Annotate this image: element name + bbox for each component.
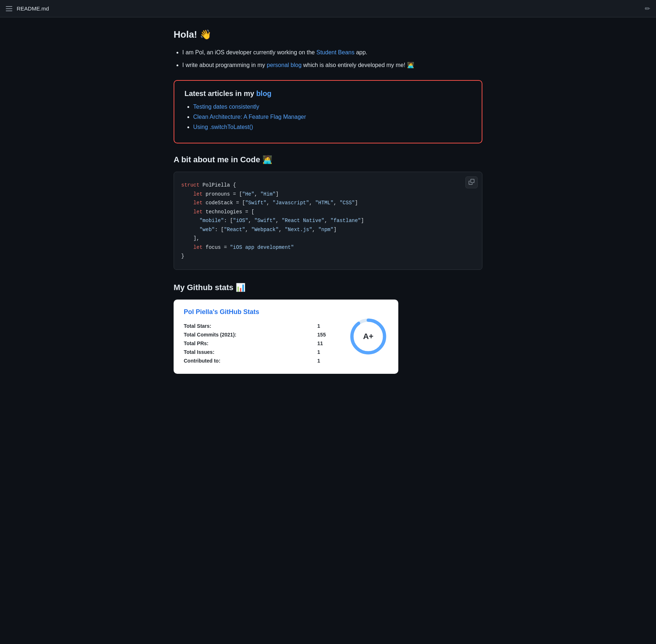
- intro-text-1-before: I am Pol, an iOS developer currently wor…: [182, 49, 316, 55]
- hamburger-icon[interactable]: [6, 6, 12, 11]
- stat-label: Total PRs:: [184, 339, 317, 348]
- stat-label: Total Issues:: [184, 348, 317, 356]
- article-2-link[interactable]: Clean Architecture: A Feature Flag Manag…: [193, 114, 306, 120]
- stats-left: Pol Piella's GitHub Stats Total Stars: 1…: [184, 308, 337, 365]
- intro-text-2-after: which is also entirely developed my me! …: [303, 62, 414, 68]
- code-content: struct PolPiella { let pronouns = ["He",…: [181, 181, 475, 261]
- table-row: Total PRs: 11: [184, 339, 337, 348]
- grade-circle: A+: [348, 317, 388, 356]
- table-row: Contributed to: 1: [184, 356, 337, 365]
- stats-right: A+: [348, 317, 388, 356]
- about-me-section: A bit about me in Code 🧑‍💻 struct PolPie…: [174, 155, 482, 270]
- list-item: I write about programming in my personal…: [182, 60, 482, 70]
- student-beans-link[interactable]: Student Beans: [316, 49, 354, 55]
- copy-button[interactable]: [465, 176, 478, 188]
- list-item: Using .switchToLatest(): [193, 124, 472, 130]
- stat-value: 1: [317, 348, 337, 356]
- stat-value: 11: [317, 339, 337, 348]
- table-row: Total Issues: 1: [184, 348, 337, 356]
- table-row: Total Stars: 1: [184, 322, 337, 330]
- stat-label: Total Stars:: [184, 322, 317, 330]
- grade-text: A+: [363, 332, 374, 341]
- about-me-heading: A bit about me in Code 🧑‍💻: [174, 155, 482, 164]
- blog-articles-list: Testing dates consistently Clean Archite…: [184, 104, 472, 130]
- personal-blog-link[interactable]: personal blog: [267, 62, 302, 68]
- greeting: Hola! 👋: [174, 29, 482, 40]
- stat-label: Contributed to:: [184, 356, 317, 365]
- stat-value: 1: [317, 322, 337, 330]
- github-stats-section: My Github stats 📊 Pol Piella's GitHub St…: [174, 283, 482, 374]
- list-item: I am Pol, an iOS developer currently wor…: [182, 47, 482, 57]
- code-block: struct PolPiella { let pronouns = ["He",…: [174, 172, 482, 270]
- stats-table: Total Stars: 1 Total Commits (2021): 155…: [184, 322, 337, 365]
- list-item: Clean Architecture: A Feature Flag Manag…: [193, 114, 472, 120]
- title-bar-left: README.md: [6, 5, 49, 12]
- blog-section-title: Latest articles in my blog: [184, 89, 472, 98]
- main-content: Hola! 👋 I am Pol, an iOS developer curre…: [165, 17, 491, 385]
- article-1-link[interactable]: Testing dates consistently: [193, 104, 259, 110]
- article-3-link[interactable]: Using .switchToLatest(): [193, 124, 253, 130]
- list-item: Testing dates consistently: [193, 104, 472, 110]
- edit-icon[interactable]: ✏: [645, 5, 650, 13]
- blog-title-before: Latest articles in my: [184, 89, 256, 97]
- table-row: Total Commits (2021): 155: [184, 330, 337, 339]
- stats-card-title: Pol Piella's GitHub Stats: [184, 308, 337, 316]
- blog-title-link[interactable]: blog: [256, 89, 271, 97]
- title-bar: README.md ✏: [0, 0, 656, 17]
- intro-list: I am Pol, an iOS developer currently wor…: [174, 47, 482, 70]
- blog-section: Latest articles in my blog Testing dates…: [174, 80, 482, 143]
- github-stats-card: Pol Piella's GitHub Stats Total Stars: 1…: [174, 300, 398, 374]
- github-stats-heading: My Github stats 📊: [174, 283, 482, 292]
- intro-text-2-before: I write about programming in my: [182, 62, 267, 68]
- title-bar-title: README.md: [17, 5, 49, 12]
- intro-text-1-after: app.: [356, 49, 367, 55]
- stat-value: 155: [317, 330, 337, 339]
- stat-value: 1: [317, 356, 337, 365]
- stat-label: Total Commits (2021):: [184, 330, 317, 339]
